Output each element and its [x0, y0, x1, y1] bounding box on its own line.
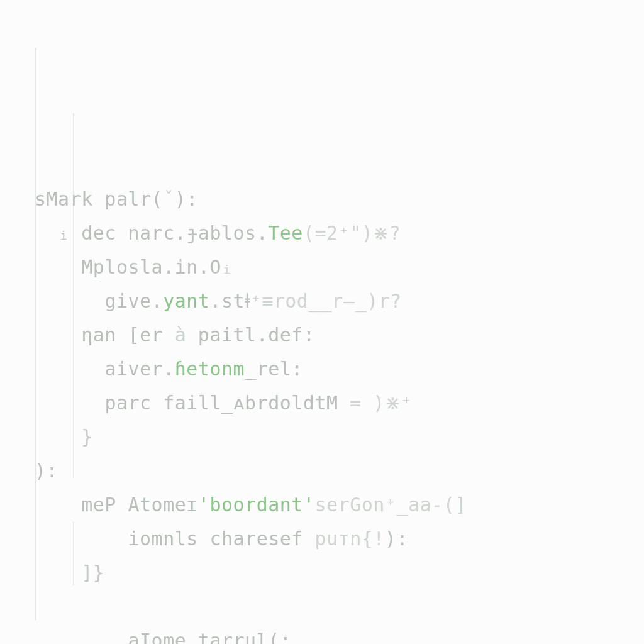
token-kw: meP Atomeɪ: [81, 494, 198, 516]
code-line[interactable]: ᵢ dec narc.ɟablos.Tee(=2⁺")⋇?: [35, 216, 644, 250]
token-kw: aƖome tarrul(:: [128, 630, 292, 644]
code-line[interactable]: ƞan [er à paitl.def:: [35, 318, 644, 352]
token-kw: ᵢ dec narc.ɟablos.: [58, 222, 268, 244]
token-kw: .stⱡ: [209, 290, 250, 312]
code-line[interactable]: ]}: [35, 556, 644, 590]
token-kw: aiver.: [104, 358, 174, 380]
code-line[interactable]: give.yant.stⱡ⁺≡rod__r–_)r?: [35, 284, 644, 318]
token-kw: sMark palr(: [35, 188, 163, 210]
code-line[interactable]: aiver.ɦetonm_rel:: [35, 352, 644, 386]
token-type: ɦetonm: [175, 358, 245, 380]
token-type: yant: [163, 290, 209, 312]
token-kw: ᴀbrdoldtM: [233, 392, 338, 414]
token-pale: à: [175, 324, 187, 346]
token-kw: ):: [175, 188, 198, 210]
token-kw: give.: [104, 290, 163, 312]
token-pale: puтn{!: [314, 528, 384, 550]
code-line[interactable]: [35, 590, 644, 624]
code-body[interactable]: sMark palr(ˇ): ᵢ dec narc.ɟablos.Tee(=2⁺…: [35, 182, 644, 644]
code-editor[interactable]: sMark palr(ˇ): ᵢ dec narc.ɟablos.Tee(=2⁺…: [0, 0, 644, 644]
token-kw: [35, 596, 47, 618]
code-line[interactable]: ):: [35, 454, 644, 488]
code-line[interactable]: }: [35, 420, 644, 454]
token-pale: serGon⁺_aa-(]: [315, 494, 467, 516]
token-str: 'boordant': [198, 494, 315, 516]
token-pale: ᵢ: [221, 256, 233, 278]
token-pale: ⁺≡rod__r–_)r?: [250, 290, 402, 312]
token-pale: = )⋇⁺: [338, 392, 413, 414]
code-line[interactable]: aƖome tarrul(:: [35, 624, 644, 644]
token-pale: ˇ: [163, 188, 175, 210]
token-punct: ]}: [81, 562, 104, 584]
code-line[interactable]: parc faill_ᴀbrdoldtM = )⋇⁺: [35, 386, 644, 420]
token-kw: Mplosla.in.O: [81, 256, 221, 278]
token-kw: parc faill_: [104, 392, 233, 414]
token-kw: ):: [385, 528, 408, 550]
token-kw: iomnls charesef: [128, 528, 315, 550]
token-punct: }: [81, 426, 93, 448]
token-kw: ƞan [er: [81, 324, 175, 346]
code-line[interactable]: Mplosla.in.Oᵢ: [35, 250, 644, 284]
token-kw: _rel:: [245, 358, 303, 380]
token-type: Tee: [268, 222, 303, 244]
token-kw: ):: [35, 460, 58, 482]
token-pale: (=2⁺")⋇?: [303, 222, 401, 244]
code-line[interactable]: meP Atomeɪ'boordant'serGon⁺_aa-(]: [35, 488, 644, 522]
token-kw: paitl.def:: [186, 324, 314, 346]
code-line[interactable]: sMark palr(ˇ):: [35, 182, 644, 216]
code-line[interactable]: iomnls charesef puтn{!):: [35, 522, 644, 556]
